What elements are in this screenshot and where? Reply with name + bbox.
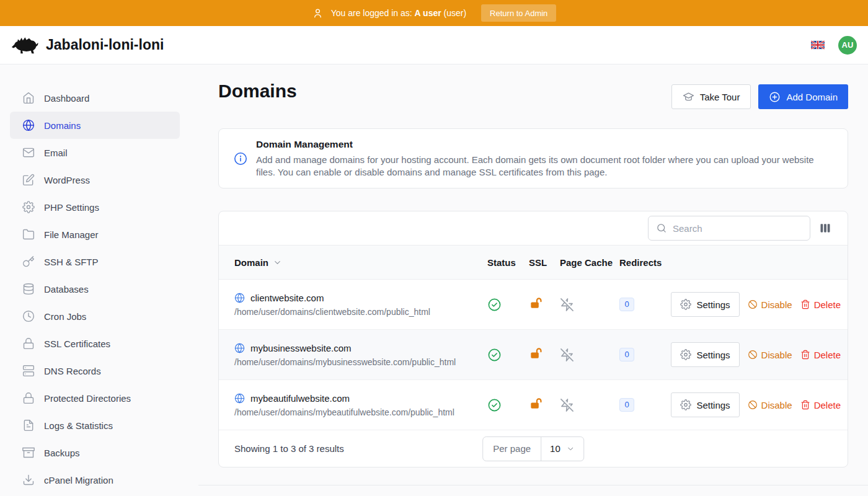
globe-icon	[234, 343, 245, 353]
sidebar-item-protected-directories[interactable]: Protected Directories	[10, 384, 180, 412]
settings-button[interactable]: Settings	[671, 292, 739, 317]
user-icon	[312, 7, 324, 19]
table-footer: Showing 1 to 3 of 3 results Per page 10	[219, 430, 848, 467]
domains-table-card: Domain Status SSL Page Cache Redirects c…	[218, 211, 848, 467]
per-page-select[interactable]: 10	[541, 437, 583, 461]
domain-name: mybeautifulwebsite.com	[250, 393, 350, 404]
globe-icon	[22, 119, 35, 131]
globe-icon	[234, 293, 245, 303]
chevron-down-icon	[566, 445, 575, 453]
ban-icon	[748, 350, 758, 360]
sidebar-item-cron-jobs[interactable]: Cron Jobs	[10, 303, 180, 330]
trash-icon	[800, 299, 810, 309]
search-icon	[656, 223, 667, 234]
settings-button[interactable]: Settings	[671, 342, 739, 367]
page-cache-disabled-icon	[560, 348, 574, 362]
table-row: mybusinesswebsite.com /home/user/domains…	[219, 330, 848, 380]
per-page-control: Per page 10	[482, 436, 584, 461]
status-active-icon	[487, 398, 502, 412]
page-cache-disabled-icon	[560, 298, 574, 312]
lock-icon	[22, 337, 35, 350]
sidebar-item-cpanel-migration[interactable]: cPanel Migration	[10, 466, 180, 494]
delete-button[interactable]: Delete	[800, 350, 841, 360]
sidebar-item-file-manager[interactable]: File Manager	[10, 221, 180, 248]
sidebar-item-domains[interactable]: Domains	[10, 112, 180, 139]
add-domain-button[interactable]: Add Domain	[758, 84, 848, 109]
server-icon	[22, 365, 35, 377]
sidebar-item-dashboard[interactable]: Dashboard	[10, 84, 180, 112]
return-to-admin-button[interactable]: Return to Admin	[481, 4, 556, 22]
redirects-count-badge[interactable]: 0	[619, 298, 634, 311]
trash-icon	[800, 400, 810, 410]
uk-flag-icon[interactable]	[811, 40, 825, 50]
column-header-status: Status	[487, 257, 529, 268]
column-header-ssl: SSL	[529, 257, 560, 268]
domain-path: /home/user/domains/clientwebsite.com/pub…	[234, 307, 487, 317]
home-icon	[22, 92, 35, 104]
sidebar: Dashboard Domains Email WordPress PHP Se…	[0, 64, 198, 496]
sidebar-item-email[interactable]: Email	[10, 139, 180, 166]
domain-path: /home/user/domains/mybusinesswebsite.com…	[234, 357, 487, 367]
ban-icon	[748, 299, 758, 309]
brand-name: Jabaloni-loni-loni	[46, 37, 164, 53]
graduation-cap-icon	[683, 91, 694, 103]
database-icon	[22, 283, 35, 295]
ssl-unlocked-icon	[529, 347, 543, 361]
sidebar-item-backups[interactable]: Backups	[10, 439, 180, 466]
redirects-count-badge[interactable]: 0	[619, 398, 634, 412]
status-active-icon	[487, 298, 502, 312]
disable-button[interactable]: Disable	[748, 400, 792, 410]
redirects-count-badge[interactable]: 0	[619, 348, 634, 361]
status-active-icon	[487, 348, 502, 362]
chevron-down-icon	[273, 258, 282, 267]
info-box-title: Domain Management	[256, 139, 833, 150]
sidebar-item-php-settings[interactable]: PHP Settings	[10, 193, 180, 221]
banner-message: You are logged in as: A user (user)	[331, 8, 466, 18]
sidebar-item-ssh-sftp[interactable]: SSH & SFTP	[10, 248, 180, 275]
info-box-description: Add and manage domains for your hosting …	[256, 154, 833, 179]
gear-icon	[22, 201, 35, 213]
sidebar-item-ssl-certificates[interactable]: SSL Certificates	[10, 330, 180, 357]
ban-icon	[748, 400, 758, 410]
main-content: Domains Take Tour Add Domain Domain Mana…	[198, 64, 868, 496]
globe-icon	[234, 393, 245, 404]
impersonation-banner: You are logged in as: A user (user) Retu…	[0, 0, 868, 26]
gear-icon	[680, 399, 691, 410]
gear-icon	[680, 349, 691, 360]
domain-management-info-box: Domain Management Add and manage domains…	[218, 128, 848, 188]
plus-circle-icon	[769, 91, 781, 103]
table-row: mybeautifulwebsite.com /home/user/domain…	[219, 380, 848, 430]
page-title: Domains	[218, 81, 297, 102]
results-summary: Showing 1 to 3 of 3 results	[234, 443, 344, 454]
take-tour-button[interactable]: Take Tour	[671, 84, 751, 109]
disable-button[interactable]: Disable	[748, 299, 792, 310]
domain-path: /home/user/domains/mybeautifulwebsite.co…	[234, 407, 487, 417]
footer-divider	[198, 485, 868, 485]
user-avatar[interactable]: AU	[838, 36, 857, 55]
search-input[interactable]	[673, 223, 802, 234]
archive-icon	[22, 446, 35, 459]
columns-toggle-icon[interactable]	[819, 222, 831, 234]
banner-user-name: A user	[415, 8, 441, 18]
sidebar-item-databases[interactable]: Databases	[10, 275, 180, 303]
column-header-page-cache: Page Cache	[560, 257, 619, 268]
sidebar-item-wordpress[interactable]: WordPress	[10, 166, 180, 193]
clock-icon	[22, 310, 35, 322]
edit-icon	[22, 174, 35, 186]
lock-icon	[22, 392, 35, 404]
domain-name: clientwebsite.com	[250, 293, 324, 303]
sidebar-item-dns-records[interactable]: DNS Records	[10, 357, 180, 384]
ssl-unlocked-icon	[529, 296, 543, 311]
folder-icon	[22, 228, 35, 241]
delete-button[interactable]: Delete	[800, 400, 841, 410]
delete-button[interactable]: Delete	[800, 299, 841, 310]
column-header-domain[interactable]: Domain	[234, 257, 487, 268]
column-header-redirects: Redirects	[619, 257, 669, 268]
sidebar-item-logs-statistics[interactable]: Logs & Statistics	[10, 412, 180, 439]
table-header-row: Domain Status SSL Page Cache Redirects	[219, 245, 848, 280]
settings-button[interactable]: Settings	[671, 392, 739, 417]
table-row: clientwebsite.com /home/user/domains/cli…	[219, 280, 848, 330]
table-toolbar	[219, 211, 848, 245]
brand: Jabaloni-loni-loni	[10, 35, 164, 55]
disable-button[interactable]: Disable	[748, 350, 792, 360]
